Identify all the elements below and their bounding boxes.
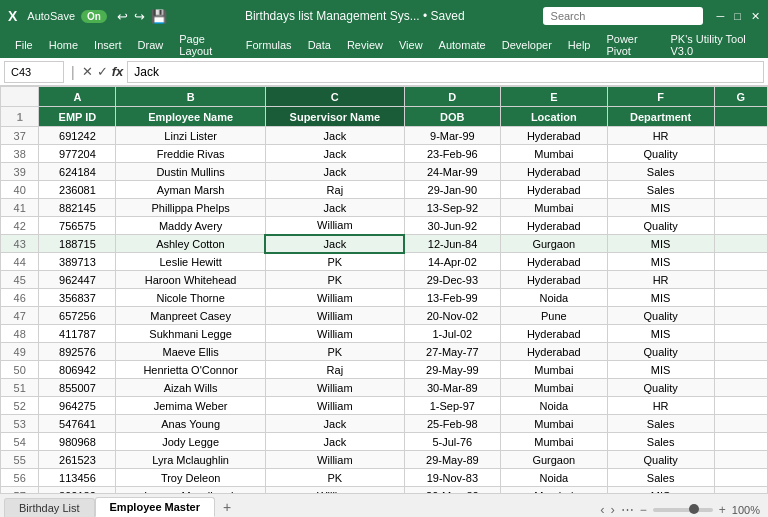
cell-f[interactable]: MIS — [607, 253, 714, 271]
cell-c[interactable]: Jack — [265, 433, 404, 451]
table-row[interactable]: 53547641Anas YoungJack25-Feb-98MumbaiSal… — [1, 415, 768, 433]
cell-b[interactable]: Maeve Ellis — [116, 343, 266, 361]
cell-f[interactable]: HR — [607, 271, 714, 289]
cell-c[interactable]: William — [265, 325, 404, 343]
ribbon-item-page-layout[interactable]: Page Layout — [172, 30, 237, 60]
zoom-slider[interactable] — [653, 508, 713, 512]
cell-f[interactable]: MIS — [607, 199, 714, 217]
tab-employee-master[interactable]: Employee Master — [95, 497, 215, 517]
cell-e[interactable]: Mumbai — [500, 145, 607, 163]
cell-b[interactable]: Anas Young — [116, 415, 266, 433]
cell-a[interactable]: 261523 — [39, 451, 116, 469]
table-row[interactable]: 42756575Maddy AveryWilliam30-Jun-92Hyder… — [1, 217, 768, 235]
ribbon-item-data[interactable]: Data — [301, 36, 338, 54]
table-row[interactable]: 52964275Jemima WeberWilliam1-Sep-97Noida… — [1, 397, 768, 415]
cell-c[interactable]: PK — [265, 469, 404, 487]
col-header-c[interactable]: C — [265, 87, 404, 107]
cell-a[interactable]: 756575 — [39, 217, 116, 235]
maximize-icon[interactable]: □ — [734, 10, 741, 23]
cell-f[interactable]: MIS — [607, 235, 714, 253]
table-row[interactable]: 44389713Leslie HewittPK14-Apr-02Hyderaba… — [1, 253, 768, 271]
col-header-b[interactable]: B — [116, 87, 266, 107]
cell-a[interactable]: 964275 — [39, 397, 116, 415]
cell-e[interactable]: Hyderabad — [500, 181, 607, 199]
save-icon[interactable]: 💾 — [151, 9, 167, 24]
cell-f[interactable]: Quality — [607, 343, 714, 361]
cell-c[interactable]: William — [265, 379, 404, 397]
cell-d[interactable]: 14-Apr-02 — [404, 253, 500, 271]
table-row[interactable]: 37691242Linzi ListerJack9-Mar-99Hyderaba… — [1, 127, 768, 145]
search-input[interactable] — [543, 7, 703, 25]
cell-b[interactable]: Phillippa Phelps — [116, 199, 266, 217]
table-row[interactable]: 40236081Ayman MarshRaj29-Jan-90Hyderabad… — [1, 181, 768, 199]
table-row[interactable]: 41882145Phillippa PhelpsJack13-Sep-92Mum… — [1, 199, 768, 217]
ribbon-item-home[interactable]: Home — [42, 36, 85, 54]
cell-d[interactable]: 23-Feb-96 — [404, 145, 500, 163]
cell-c[interactable]: Jack — [265, 127, 404, 145]
cell-c[interactable]: PK — [265, 271, 404, 289]
cell-f[interactable]: Quality — [607, 379, 714, 397]
table-row[interactable]: 38977204Freddie RivasJack23-Feb-96Mumbai… — [1, 145, 768, 163]
cell-d[interactable]: 19-Nov-83 — [404, 469, 500, 487]
cell-b[interactable]: Lyra Mclaughlin — [116, 451, 266, 469]
col-header-e[interactable]: E — [500, 87, 607, 107]
cell-a[interactable]: 389713 — [39, 253, 116, 271]
cell-d[interactable]: 27-May-77 — [404, 343, 500, 361]
cell-f[interactable]: Quality — [607, 451, 714, 469]
cell-c[interactable]: Jack — [265, 415, 404, 433]
col-header-a[interactable]: A — [39, 87, 116, 107]
cell-c[interactable]: Jack — [265, 235, 404, 253]
tab-scroll-left[interactable]: ‹ — [600, 502, 604, 517]
cell-a[interactable]: 547641 — [39, 415, 116, 433]
cell-f[interactable]: HR — [607, 397, 714, 415]
col-header-f[interactable]: F — [607, 87, 714, 107]
col-header-d[interactable]: D — [404, 87, 500, 107]
cell-e[interactable]: Hyderabad — [500, 217, 607, 235]
cell-f[interactable]: Sales — [607, 469, 714, 487]
cell-e[interactable]: Noida — [500, 469, 607, 487]
formula-input[interactable] — [127, 61, 764, 83]
cell-c[interactable]: Raj — [265, 181, 404, 199]
cell-d[interactable]: 12-Jun-84 — [404, 235, 500, 253]
ribbon-item-pks-utility-tool-v30[interactable]: PK's Utility Tool V3.0 — [663, 30, 760, 60]
ribbon-item-view[interactable]: View — [392, 36, 430, 54]
col-header-data-b[interactable]: Employee Name — [116, 107, 266, 127]
ribbon-item-power-pivot[interactable]: Power Pivot — [599, 30, 661, 60]
cell-f[interactable]: Quality — [607, 217, 714, 235]
cell-e[interactable]: Hyderabad — [500, 163, 607, 181]
table-row[interactable]: 47657256Manpreet CaseyWilliam20-Nov-02Pu… — [1, 307, 768, 325]
cell-e[interactable]: Hyderabad — [500, 325, 607, 343]
cell-d[interactable]: 29-Jan-90 — [404, 181, 500, 199]
cell-b[interactable]: Sukhmani Legge — [116, 325, 266, 343]
table-row[interactable]: 46356837Nicole ThorneWilliam13-Feb-99Noi… — [1, 289, 768, 307]
cell-c[interactable]: Raj — [265, 361, 404, 379]
cell-f[interactable]: MIS — [607, 361, 714, 379]
cell-e[interactable]: Noida — [500, 289, 607, 307]
cell-d[interactable]: 13-Feb-99 — [404, 289, 500, 307]
table-row[interactable]: 39624184Dustin MullinsJack24-Mar-99Hyder… — [1, 163, 768, 181]
cell-a[interactable]: 411787 — [39, 325, 116, 343]
cell-c[interactable]: William — [265, 289, 404, 307]
cell-a[interactable]: 691242 — [39, 127, 116, 145]
cell-e[interactable]: Hyderabad — [500, 127, 607, 145]
cell-a[interactable]: 977204 — [39, 145, 116, 163]
tab-scroll-right[interactable]: › — [610, 502, 614, 517]
cell-e[interactable]: Hyderabad — [500, 271, 607, 289]
cell-e[interactable]: Noida — [500, 397, 607, 415]
cell-e[interactable]: Mumbai — [500, 415, 607, 433]
ribbon-item-developer[interactable]: Developer — [495, 36, 559, 54]
cancel-formula-icon[interactable]: ✕ — [82, 64, 93, 79]
cell-a[interactable]: 624184 — [39, 163, 116, 181]
ribbon-item-formulas[interactable]: Formulas — [239, 36, 299, 54]
cell-d[interactable]: 5-Jul-76 — [404, 433, 500, 451]
ribbon-item-automate[interactable]: Automate — [432, 36, 493, 54]
table-row[interactable]: 54980968Jody LeggeJack5-Jul-76MumbaiSale… — [1, 433, 768, 451]
cell-c[interactable]: Jack — [265, 145, 404, 163]
cell-a[interactable]: 188715 — [39, 235, 116, 253]
cell-a[interactable]: 113456 — [39, 469, 116, 487]
cell-a[interactable]: 657256 — [39, 307, 116, 325]
cell-f[interactable]: Sales — [607, 181, 714, 199]
cell-f[interactable]: MIS — [607, 289, 714, 307]
cell-f[interactable]: HR — [607, 127, 714, 145]
cell-c[interactable]: PK — [265, 343, 404, 361]
